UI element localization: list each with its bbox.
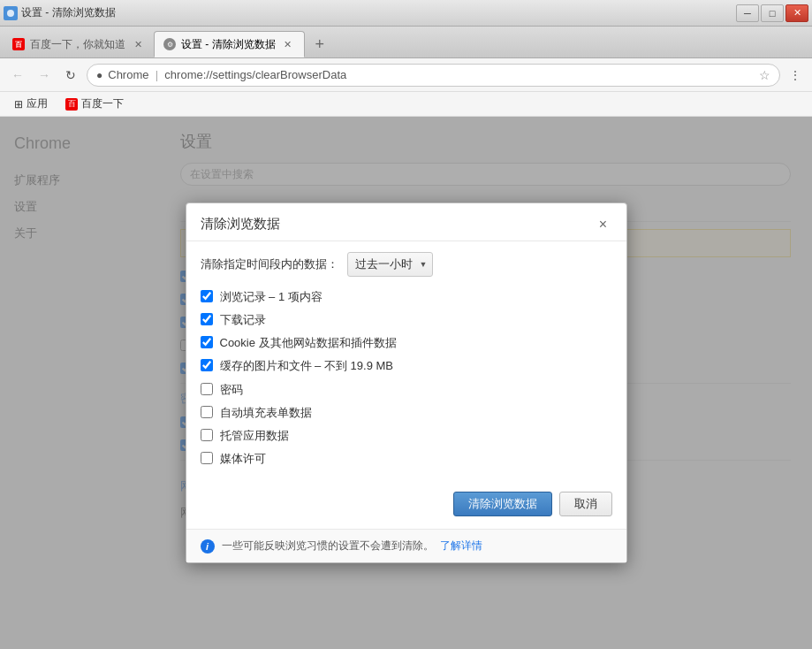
checkbox-media-label: 媒体许可 — [220, 451, 266, 467]
baidu-favicon: 百 — [12, 38, 25, 50]
maximize-button[interactable]: □ — [761, 4, 784, 22]
dialog-title: 清除浏览数据 — [201, 216, 280, 233]
checkbox-row-downloads: 下载记录 — [201, 312, 612, 328]
dialog-info-text: 一些可能反映浏览习惯的设置不会遭到清除。 了解详情 — [222, 538, 482, 554]
checkbox-row-history: 浏览记录 – 1 项内容 — [201, 289, 612, 305]
checkbox-row-cookies: Cookie 及其他网站数据和插件数据 — [201, 335, 612, 351]
settings-favicon: ⚙ — [163, 38, 176, 50]
menu-button[interactable]: ⋮ — [785, 66, 805, 84]
checkbox-history-label: 浏览记录 – 1 项内容 — [220, 289, 323, 305]
address-input-wrap[interactable]: ● Chrome | chrome://settings/clearBrowse… — [87, 64, 780, 87]
time-range-row: 清除指定时间段内的数据： 过去一小时 过去24小时 过去7天 过去四周 所有时间 — [201, 252, 612, 277]
checkbox-autofill[interactable] — [201, 406, 213, 418]
dialog-info-row: i 一些可能反映浏览习惯的设置不会遭到清除。 了解详情 — [186, 529, 626, 562]
tab-close-settings[interactable]: ✕ — [281, 37, 295, 51]
checkbox-cookies-label: Cookie 及其他网站数据和插件数据 — [220, 335, 397, 351]
modal-overlay: 清除浏览数据 × 清除指定时间段内的数据： 过去一小时 过去24小时 过去7天 … — [0, 117, 812, 649]
dialog-footer: 清除浏览数据 取消 — [186, 485, 626, 529]
checkbox-cache-label: 缓存的图片和文件 – 不到 19.9 MB — [220, 358, 393, 374]
checkbox-row-media: 媒体许可 — [201, 451, 612, 467]
checkbox-cookies[interactable] — [201, 336, 213, 348]
dialog-header: 清除浏览数据 × — [186, 203, 626, 241]
checkbox-history[interactable] — [201, 290, 213, 302]
dialog-body: 清除指定时间段内的数据： 过去一小时 过去24小时 过去7天 过去四周 所有时间 — [186, 241, 626, 485]
title-bar-left: 设置 - 清除浏览数据 — [4, 5, 116, 20]
checkbox-downloads-label: 下载记录 — [220, 312, 266, 328]
back-button[interactable]: ← — [7, 65, 28, 86]
chrome-brand: Chrome — [108, 68, 148, 81]
checkbox-row-hosted-apps: 托管应用数据 — [201, 428, 612, 444]
bookmark-apps[interactable]: ⊞ 应用 — [7, 95, 55, 113]
bookmark-baidu-label: 百度一下 — [81, 96, 124, 111]
address-bar: ← → ↻ ● Chrome | chrome://settings/clear… — [0, 58, 812, 92]
checkbox-hosted-apps[interactable] — [201, 429, 213, 441]
time-range-label: 清除指定时间段内的数据： — [201, 256, 338, 272]
checkbox-media[interactable] — [201, 452, 213, 464]
page-content: Chrome 扩展程序 设置 关于 设置 Google Chrome 浏览器可能… — [0, 117, 812, 649]
tab-settings[interactable]: ⚙ 设置 - 清除浏览数据 ✕ — [154, 31, 305, 57]
checkbox-hosted-apps-label: 托管应用数据 — [220, 428, 289, 444]
forward-button[interactable]: → — [34, 65, 55, 86]
tab-baidu[interactable]: 百 百度一下，你就知道 ✕ — [4, 31, 154, 57]
checkbox-row-cache: 缓存的图片和文件 – 不到 19.9 MB — [201, 358, 612, 374]
lock-icon: ● — [96, 69, 102, 81]
time-range-select-wrap: 过去一小时 过去24小时 过去7天 过去四周 所有时间 — [347, 252, 433, 277]
address-text: Chrome | chrome://settings/clearBrowserD… — [108, 68, 754, 81]
checkbox-cache[interactable] — [201, 359, 213, 371]
tab-label-baidu: 百度一下，你就知道 — [30, 37, 125, 52]
tab-bar: 百 百度一下，你就知道 ✕ ⚙ 设置 - 清除浏览数据 ✕ + — [0, 27, 812, 58]
close-button[interactable]: ✕ — [785, 4, 808, 22]
title-bar: 设置 - 清除浏览数据 ─ □ ✕ — [0, 0, 812, 27]
checkbox-autofill-label: 自动填充表单数据 — [220, 405, 312, 421]
clear-browser-data-dialog: 清除浏览数据 × 清除指定时间段内的数据： 过去一小时 过去24小时 过去7天 … — [186, 202, 627, 564]
checkbox-row-autofill: 自动填充表单数据 — [201, 405, 612, 421]
bookmarks-bar: ⊞ 应用 百 百度一下 — [0, 92, 812, 117]
dialog-close-button[interactable]: × — [595, 216, 612, 233]
dialog-info-link[interactable]: 了解详情 — [440, 539, 482, 552]
svg-point-0 — [7, 10, 14, 17]
tab-label-settings: 设置 - 清除浏览数据 — [181, 37, 276, 52]
bookmark-star-icon[interactable]: ☆ — [759, 68, 770, 82]
info-icon: i — [201, 539, 215, 554]
address-url: chrome://settings/clearBrowserData — [164, 68, 346, 81]
title-bar-controls: ─ □ ✕ — [736, 4, 808, 22]
bookmark-apps-label: 应用 — [27, 96, 48, 111]
time-range-select[interactable]: 过去一小时 过去24小时 过去7天 过去四周 所有时间 — [347, 252, 433, 277]
title-bar-title: 设置 - 清除浏览数据 — [21, 5, 116, 20]
bookmark-baidu[interactable]: 百 百度一下 — [58, 95, 131, 113]
checkbox-passwords-label: 密码 — [220, 382, 243, 398]
app-icon — [4, 6, 18, 20]
clear-data-button[interactable]: 清除浏览数据 — [453, 492, 552, 516]
new-tab-button[interactable]: + — [308, 33, 331, 56]
checkbox-passwords[interactable] — [201, 383, 213, 395]
checkbox-downloads[interactable] — [201, 313, 213, 325]
checkbox-row-passwords: 密码 — [201, 382, 612, 398]
baidu-bookmark-favicon: 百 — [65, 98, 78, 111]
tab-close-baidu[interactable]: ✕ — [131, 37, 145, 51]
cancel-button[interactable]: 取消 — [559, 492, 612, 516]
refresh-button[interactable]: ↻ — [60, 65, 81, 86]
apps-icon: ⊞ — [14, 98, 23, 111]
minimize-button[interactable]: ─ — [736, 4, 759, 22]
